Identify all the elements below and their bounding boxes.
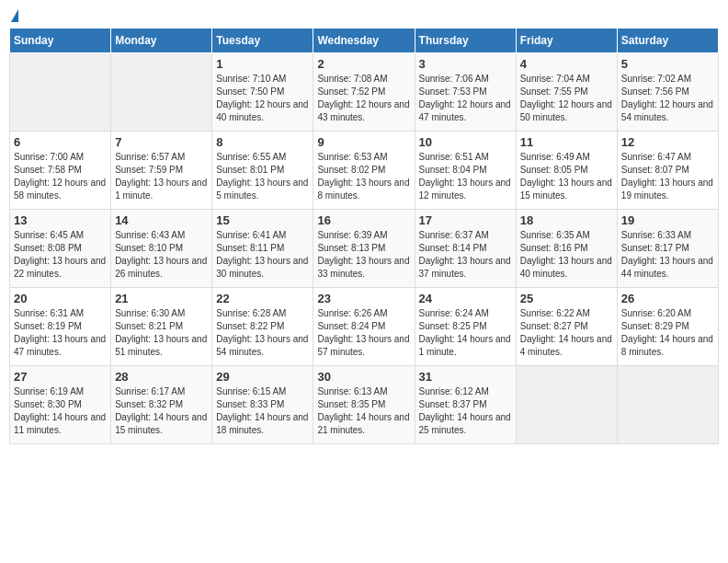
calendar-cell <box>617 366 718 444</box>
day-header-saturday: Saturday <box>617 29 718 53</box>
day-info: Sunrise: 6:24 AM Sunset: 8:25 PM Dayligh… <box>419 307 512 359</box>
calendar-cell: 1Sunrise: 7:10 AM Sunset: 7:50 PM Daylig… <box>212 53 313 132</box>
day-number: 18 <box>520 213 613 227</box>
day-number: 11 <box>520 135 613 149</box>
day-number: 12 <box>621 135 714 149</box>
day-info: Sunrise: 6:19 AM Sunset: 8:30 PM Dayligh… <box>14 385 107 437</box>
day-number: 19 <box>621 213 714 227</box>
day-info: Sunrise: 7:08 AM Sunset: 7:52 PM Dayligh… <box>317 73 410 124</box>
calendar-cell: 2Sunrise: 7:08 AM Sunset: 7:52 PM Daylig… <box>313 53 415 132</box>
calendar-cell: 11Sunrise: 6:49 AM Sunset: 8:05 PM Dayli… <box>516 132 617 210</box>
day-info: Sunrise: 6:15 AM Sunset: 8:33 PM Dayligh… <box>216 385 309 437</box>
calendar-cell: 29Sunrise: 6:15 AM Sunset: 8:33 PM Dayli… <box>212 366 313 444</box>
calendar-cell: 25Sunrise: 6:22 AM Sunset: 8:27 PM Dayli… <box>516 288 617 366</box>
day-info: Sunrise: 7:02 AM Sunset: 7:56 PM Dayligh… <box>621 73 714 124</box>
calendar-cell: 7Sunrise: 6:57 AM Sunset: 7:59 PM Daylig… <box>111 132 212 210</box>
day-info: Sunrise: 6:51 AM Sunset: 8:04 PM Dayligh… <box>419 151 512 202</box>
calendar-cell: 16Sunrise: 6:39 AM Sunset: 8:13 PM Dayli… <box>313 210 415 288</box>
day-info: Sunrise: 6:37 AM Sunset: 8:14 PM Dayligh… <box>419 229 512 281</box>
day-number: 16 <box>317 213 410 227</box>
calendar-cell: 4Sunrise: 7:04 AM Sunset: 7:55 PM Daylig… <box>516 53 617 132</box>
calendar-cell: 28Sunrise: 6:17 AM Sunset: 8:32 PM Dayli… <box>111 366 212 444</box>
day-info: Sunrise: 6:47 AM Sunset: 8:07 PM Dayligh… <box>621 151 714 202</box>
day-number: 25 <box>520 292 613 305</box>
day-number: 9 <box>317 135 410 149</box>
day-number: 30 <box>317 370 410 384</box>
calendar-cell: 27Sunrise: 6:19 AM Sunset: 8:30 PM Dayli… <box>10 366 111 444</box>
day-info: Sunrise: 6:12 AM Sunset: 8:37 PM Dayligh… <box>419 385 512 437</box>
day-number: 15 <box>216 213 309 227</box>
calendar-cell: 26Sunrise: 6:20 AM Sunset: 8:29 PM Dayli… <box>617 288 718 366</box>
day-info: Sunrise: 6:33 AM Sunset: 8:17 PM Dayligh… <box>621 229 714 281</box>
logo-triangle-icon <box>11 9 18 22</box>
day-number: 20 <box>14 292 107 305</box>
calendar-week-row: 13Sunrise: 6:45 AM Sunset: 8:08 PM Dayli… <box>10 210 719 288</box>
day-info: Sunrise: 7:00 AM Sunset: 7:58 PM Dayligh… <box>14 151 107 202</box>
day-info: Sunrise: 7:06 AM Sunset: 7:53 PM Dayligh… <box>419 73 512 124</box>
day-number: 8 <box>216 135 309 149</box>
day-number: 4 <box>520 57 613 71</box>
day-number: 13 <box>14 213 107 227</box>
day-number: 27 <box>14 370 107 384</box>
calendar-cell: 22Sunrise: 6:28 AM Sunset: 8:22 PM Dayli… <box>212 288 313 366</box>
day-number: 2 <box>317 57 410 71</box>
day-header-thursday: Thursday <box>415 29 516 53</box>
day-number: 28 <box>115 370 208 384</box>
day-info: Sunrise: 6:22 AM Sunset: 8:27 PM Dayligh… <box>520 307 613 359</box>
calendar-cell: 15Sunrise: 6:41 AM Sunset: 8:11 PM Dayli… <box>212 210 313 288</box>
day-number: 22 <box>216 292 309 305</box>
day-number: 14 <box>115 213 208 227</box>
page-header <box>9 9 719 22</box>
calendar-cell: 23Sunrise: 6:26 AM Sunset: 8:24 PM Dayli… <box>313 288 415 366</box>
calendar-week-row: 27Sunrise: 6:19 AM Sunset: 8:30 PM Dayli… <box>10 366 719 444</box>
calendar-cell: 3Sunrise: 7:06 AM Sunset: 7:53 PM Daylig… <box>415 53 516 132</box>
day-info: Sunrise: 6:17 AM Sunset: 8:32 PM Dayligh… <box>115 385 208 437</box>
day-number: 31 <box>419 370 512 384</box>
day-number: 23 <box>317 292 410 305</box>
calendar-week-row: 6Sunrise: 7:00 AM Sunset: 7:58 PM Daylig… <box>10 132 719 210</box>
day-number: 21 <box>115 292 208 305</box>
calendar-cell <box>10 53 111 132</box>
day-number: 5 <box>621 57 714 71</box>
day-number: 7 <box>115 135 208 149</box>
day-number: 10 <box>419 135 512 149</box>
day-info: Sunrise: 6:30 AM Sunset: 8:21 PM Dayligh… <box>115 307 208 359</box>
calendar-table: SundayMondayTuesdayWednesdayThursdayFrid… <box>9 28 719 444</box>
day-info: Sunrise: 6:28 AM Sunset: 8:22 PM Dayligh… <box>216 307 309 359</box>
day-header-sunday: Sunday <box>10 29 111 53</box>
calendar-week-row: 1Sunrise: 7:10 AM Sunset: 7:50 PM Daylig… <box>10 53 719 132</box>
day-header-tuesday: Tuesday <box>212 29 313 53</box>
day-number: 24 <box>419 292 512 305</box>
calendar-cell: 21Sunrise: 6:30 AM Sunset: 8:21 PM Dayli… <box>111 288 212 366</box>
days-header-row: SundayMondayTuesdayWednesdayThursdayFrid… <box>10 29 719 53</box>
logo <box>9 9 18 22</box>
day-info: Sunrise: 6:13 AM Sunset: 8:35 PM Dayligh… <box>317 385 410 437</box>
calendar-cell <box>516 366 617 444</box>
calendar-cell: 19Sunrise: 6:33 AM Sunset: 8:17 PM Dayli… <box>617 210 718 288</box>
calendar-cell: 20Sunrise: 6:31 AM Sunset: 8:19 PM Dayli… <box>10 288 111 366</box>
day-info: Sunrise: 6:43 AM Sunset: 8:10 PM Dayligh… <box>115 229 208 281</box>
day-info: Sunrise: 6:49 AM Sunset: 8:05 PM Dayligh… <box>520 151 613 202</box>
day-info: Sunrise: 6:31 AM Sunset: 8:19 PM Dayligh… <box>14 307 107 359</box>
day-header-monday: Monday <box>111 29 212 53</box>
calendar-cell: 17Sunrise: 6:37 AM Sunset: 8:14 PM Dayli… <box>415 210 516 288</box>
day-number: 1 <box>216 57 309 71</box>
day-info: Sunrise: 6:53 AM Sunset: 8:02 PM Dayligh… <box>317 151 410 202</box>
day-info: Sunrise: 6:39 AM Sunset: 8:13 PM Dayligh… <box>317 229 410 281</box>
calendar-cell: 9Sunrise: 6:53 AM Sunset: 8:02 PM Daylig… <box>313 132 415 210</box>
calendar-cell: 10Sunrise: 6:51 AM Sunset: 8:04 PM Dayli… <box>415 132 516 210</box>
day-header-wednesday: Wednesday <box>313 29 415 53</box>
day-info: Sunrise: 7:04 AM Sunset: 7:55 PM Dayligh… <box>520 73 613 124</box>
day-info: Sunrise: 7:10 AM Sunset: 7:50 PM Dayligh… <box>216 73 309 124</box>
day-header-friday: Friday <box>516 29 617 53</box>
calendar-week-row: 20Sunrise: 6:31 AM Sunset: 8:19 PM Dayli… <box>10 288 719 366</box>
day-number: 29 <box>216 370 309 384</box>
day-info: Sunrise: 6:35 AM Sunset: 8:16 PM Dayligh… <box>520 229 613 281</box>
calendar-cell: 14Sunrise: 6:43 AM Sunset: 8:10 PM Dayli… <box>111 210 212 288</box>
calendar-cell: 8Sunrise: 6:55 AM Sunset: 8:01 PM Daylig… <box>212 132 313 210</box>
day-info: Sunrise: 6:45 AM Sunset: 8:08 PM Dayligh… <box>14 229 107 281</box>
day-number: 6 <box>14 135 107 149</box>
day-number: 17 <box>419 213 512 227</box>
calendar-cell <box>111 53 212 132</box>
calendar-cell: 31Sunrise: 6:12 AM Sunset: 8:37 PM Dayli… <box>415 366 516 444</box>
